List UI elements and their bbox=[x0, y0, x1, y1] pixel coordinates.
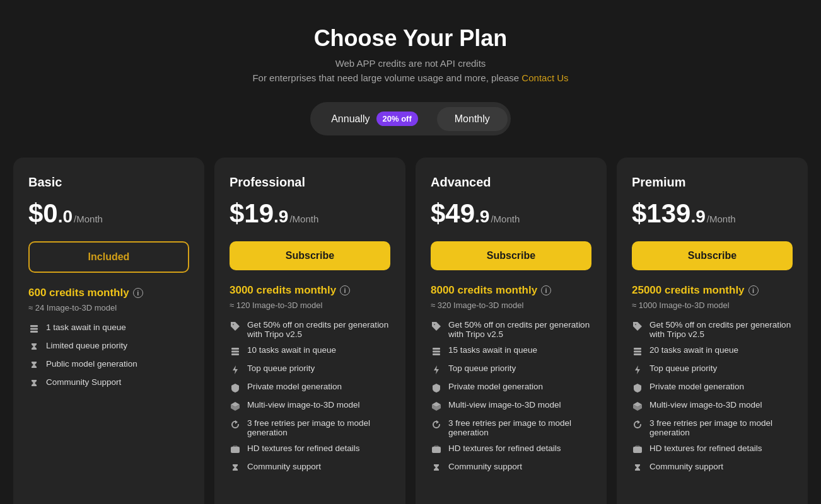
plan-price: $139 .9 /Month bbox=[632, 198, 793, 229]
feature-item: HD textures for refined details bbox=[230, 444, 390, 455]
svg-rect-23 bbox=[633, 447, 642, 453]
plan-name: Basic bbox=[28, 175, 189, 190]
feature-item: Community support bbox=[632, 462, 793, 474]
box-icon bbox=[632, 401, 643, 412]
feature-text: Private model generation bbox=[247, 382, 342, 391]
feature-item: 3 free retries per image to model genera… bbox=[431, 418, 591, 437]
bolt-icon bbox=[431, 364, 442, 375]
feature-text: 1 task await in queue bbox=[46, 323, 126, 332]
credits-monthly: 3000 credits monthly i bbox=[230, 284, 390, 297]
svg-rect-5 bbox=[231, 351, 239, 353]
hourglass-icon bbox=[28, 341, 40, 353]
plans-grid: Basic $0 .0 /Month Included 600 credits … bbox=[13, 158, 808, 504]
feature-item: Private model generation bbox=[632, 382, 793, 394]
credits-info-icon: i bbox=[748, 285, 759, 295]
svg-rect-13 bbox=[433, 353, 440, 355]
stack-icon bbox=[632, 346, 643, 357]
plan-card-professional: Professional $19 .9 /Month Subscribe 300… bbox=[214, 158, 405, 504]
credits-monthly: 25000 credits monthly i bbox=[632, 284, 793, 297]
box-icon bbox=[230, 401, 241, 412]
feature-item: Top queue priority bbox=[230, 364, 390, 375]
feature-list: Get 50% off on credits per generation wi… bbox=[431, 320, 591, 474]
feature-item: Get 50% off on credits per generation wi… bbox=[230, 320, 390, 339]
feature-text: HD textures for refined details bbox=[247, 444, 360, 453]
price-period: /Month bbox=[74, 214, 103, 224]
feature-text: 10 tasks await in queue bbox=[247, 345, 336, 355]
feature-text: Multi-view image-to-3D model bbox=[247, 400, 360, 410]
price-decimal: .9 bbox=[274, 207, 288, 227]
feature-text: Community support bbox=[247, 462, 321, 471]
price-dollar: $139 bbox=[632, 198, 690, 229]
feature-text: 3 free retries per image to model genera… bbox=[649, 418, 793, 437]
feature-text: Private model generation bbox=[649, 382, 744, 391]
price-dollar: $49 bbox=[431, 198, 475, 229]
box2-icon bbox=[431, 444, 442, 455]
feature-list: Get 50% off on credits per generation wi… bbox=[632, 320, 793, 474]
annually-toggle-button[interactable]: Annually 20% off bbox=[313, 105, 436, 132]
page-title: Choose Your Plan bbox=[252, 25, 568, 52]
contact-us-link[interactable]: Contact Us bbox=[521, 72, 568, 83]
svg-rect-2 bbox=[30, 331, 38, 333]
feature-item: 20 tasks await in queue bbox=[632, 345, 793, 357]
feature-item: Multi-view image-to-3D model bbox=[632, 400, 793, 412]
bolt-icon bbox=[632, 364, 643, 375]
svg-rect-4 bbox=[231, 348, 239, 350]
tag-icon bbox=[230, 321, 241, 332]
plan-name: Advanced bbox=[431, 175, 591, 190]
plan-price: $19 .9 /Month bbox=[230, 198, 390, 229]
credits-monthly: 8000 credits monthly i bbox=[431, 284, 591, 297]
feature-text: Community support bbox=[649, 462, 723, 471]
monthly-toggle-button[interactable]: Monthly bbox=[437, 107, 508, 131]
price-period: /Month bbox=[707, 214, 736, 224]
feature-text: Private model generation bbox=[448, 382, 543, 391]
plan-card-advanced: Advanced $49 .9 /Month Subscribe 8000 cr… bbox=[416, 158, 607, 504]
price-dollar: $19 bbox=[230, 198, 274, 229]
svg-marker-8 bbox=[235, 420, 238, 424]
credits-info-icon: i bbox=[541, 285, 551, 295]
plan-name: Premium bbox=[632, 175, 793, 190]
feature-item: Multi-view image-to-3D model bbox=[230, 400, 390, 412]
svg-marker-7 bbox=[233, 365, 238, 374]
subscribe-button-premium[interactable]: Subscribe bbox=[632, 241, 793, 270]
box2-icon bbox=[230, 444, 241, 455]
feature-text: HD textures for refined details bbox=[649, 444, 762, 453]
svg-marker-14 bbox=[434, 365, 439, 374]
svg-rect-16 bbox=[432, 447, 441, 453]
included-button[interactable]: Included bbox=[28, 241, 189, 273]
price-decimal: .9 bbox=[690, 207, 705, 227]
price-period: /Month bbox=[491, 214, 520, 224]
bolt-icon bbox=[230, 364, 241, 375]
hourglass-icon bbox=[28, 360, 40, 371]
subscribe-button-professional[interactable]: Subscribe bbox=[230, 241, 390, 270]
feature-item: Limited queue priority bbox=[28, 341, 189, 353]
price-decimal: .0 bbox=[58, 207, 73, 227]
feature-text: 20 tasks await in queue bbox=[649, 345, 738, 355]
svg-marker-21 bbox=[635, 365, 640, 374]
discount-badge: 20% off bbox=[376, 112, 418, 126]
feature-item: Top queue priority bbox=[632, 364, 793, 375]
tag-icon bbox=[431, 321, 442, 332]
refresh-icon bbox=[632, 419, 643, 430]
svg-point-17 bbox=[635, 324, 636, 325]
header: Choose Your Plan Web APP credits are not… bbox=[252, 25, 568, 83]
box2-icon bbox=[632, 444, 643, 455]
subscribe-button-advanced[interactable]: Subscribe bbox=[431, 241, 591, 270]
feature-text: Get 50% off on credits per generation wi… bbox=[448, 320, 591, 339]
feature-item: 1 task await in queue bbox=[28, 323, 189, 335]
svg-marker-22 bbox=[638, 420, 640, 424]
svg-rect-18 bbox=[634, 348, 641, 350]
stack-icon bbox=[230, 346, 241, 357]
refresh-icon bbox=[431, 419, 442, 430]
svg-point-3 bbox=[233, 324, 234, 325]
price-period: /Month bbox=[289, 214, 318, 224]
feature-text: Multi-view image-to-3D model bbox=[649, 400, 762, 410]
feature-text: 3 free retries per image to model genera… bbox=[448, 418, 591, 437]
feature-item: 3 free retries per image to model genera… bbox=[632, 418, 793, 437]
shield-icon bbox=[230, 382, 241, 394]
feature-list: 1 task await in queue Limited queue prio… bbox=[28, 323, 189, 389]
svg-marker-15 bbox=[436, 420, 439, 424]
plan-card-premium: Premium $139 .9 /Month Subscribe 25000 c… bbox=[617, 158, 808, 504]
feature-item: Public model generation bbox=[28, 359, 189, 371]
svg-rect-12 bbox=[433, 351, 440, 353]
feature-text: Get 50% off on credits per generation wi… bbox=[649, 320, 793, 339]
